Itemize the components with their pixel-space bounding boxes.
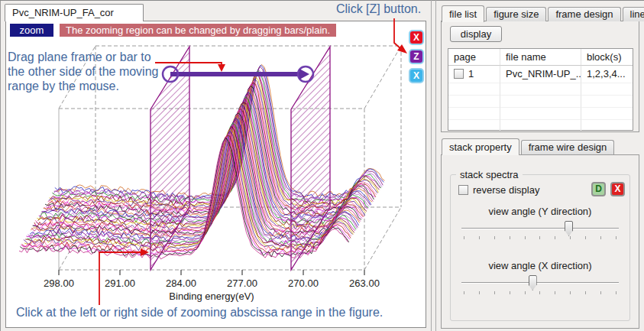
drag-note-text: Drag plane frame or bar to the other sid… [8, 50, 183, 93]
tab-stack-property[interactable]: stack property [442, 138, 519, 155]
zoom-hint-banner: The zooming region can be changed by dra… [60, 24, 336, 37]
group-legend: stack spectra [456, 169, 523, 180]
slider-thumb[interactable] [529, 275, 537, 290]
file-list-panel: display page file name block(s) 1 Pvc_NR… [441, 21, 639, 132]
x-tick-label: 263.00 [349, 277, 380, 289]
panel-splitter[interactable] [431, 0, 436, 331]
view-angle-y-slider[interactable] [461, 221, 619, 236]
slider-tickmarks [464, 291, 616, 294]
application-window: Pvc_NRIM-UP_FA_cor [0, 0, 644, 331]
file-table: page file name block(s) 1 Pvc_NRIM-UP_..… [448, 48, 633, 131]
slider-track [461, 282, 619, 284]
display-button[interactable]: display [450, 26, 502, 42]
abscissa-note-text: Click at the left or right side of zoomi… [16, 305, 383, 320]
slider-track [461, 228, 619, 229]
x-tick-label: 298.00 [44, 277, 74, 289]
view-angle-y-label: view angle (Y direction) [451, 206, 629, 217]
default-d-button[interactable]: D [591, 182, 606, 196]
x-tick-label: 270.00 [288, 277, 319, 289]
row-checkbox[interactable] [454, 69, 464, 79]
zoom-mode-button[interactable]: zoom [10, 24, 53, 37]
page-number: 1 [468, 68, 474, 80]
column-header-filename: file name [500, 49, 581, 66]
tab-file-list[interactable]: file list [442, 5, 484, 22]
reverse-display-label: reverse display [473, 184, 539, 196]
table-row-filename-cell[interactable]: Pvc_NRIM-UP_... [500, 66, 581, 83]
view-angle-x-label: view angle (X direction) [451, 260, 629, 271]
table-row-page-cell[interactable]: 1 [448, 66, 500, 83]
table-row-blocks-cell[interactable]: 1,2,3,4... [581, 66, 633, 83]
column-header-page: page [448, 49, 500, 66]
stack-spectra-group: reverse display D X view angle (Y direct… [450, 174, 630, 321]
plot-tab[interactable]: Pvc_NRIM-UP_FA_cor [5, 4, 144, 21]
zoom-z-button[interactable]: Z [409, 49, 424, 64]
view-angle-x-slider[interactable] [461, 275, 619, 290]
x-tick-label: 277.00 [227, 277, 257, 289]
drag-note-arrowhead-icon [218, 64, 225, 72]
slider-tickmarks [464, 236, 616, 239]
plot-panel: 298.00 291.00 284.00 277.00 270.00 263.0… [5, 21, 426, 328]
x-tick-label: 284.00 [166, 277, 196, 289]
column-header-blocks: block(s) [581, 49, 633, 66]
reverse-display-checkbox[interactable] [458, 185, 468, 195]
cancel-x-button[interactable]: X [409, 68, 424, 83]
tab-frame-design[interactable]: frame design [548, 7, 620, 21]
tab-figure-size[interactable]: figure size [486, 7, 546, 21]
close-x-button[interactable]: X [409, 30, 424, 45]
plot-tab-label: Pvc_NRIM-UP_FA_cor [12, 7, 114, 18]
zoom-bar-arrow-icon [299, 69, 309, 80]
tab-frame-wire-design[interactable]: frame wire design [521, 140, 615, 154]
x-axis: 298.00 291.00 284.00 277.00 270.00 263.0… [44, 270, 380, 302]
delete-x-button[interactable]: X [610, 182, 625, 196]
tab-line-design[interactable]: line design [623, 7, 644, 21]
stack-property-panel: stack spectra reverse display D X view a… [441, 154, 639, 329]
property-panel-tabs: stack property frame wire design [442, 138, 616, 154]
slider-thumb[interactable] [565, 221, 573, 236]
x-tick-label: 291.00 [105, 277, 135, 289]
click-z-note-text: Click [Z] button. [336, 2, 421, 16]
reverse-display-row[interactable]: reverse display [458, 184, 539, 196]
file-panel-tabs: file list figure size frame design line … [442, 5, 644, 21]
x-axis-title: Binding energy(eV) [169, 290, 254, 302]
